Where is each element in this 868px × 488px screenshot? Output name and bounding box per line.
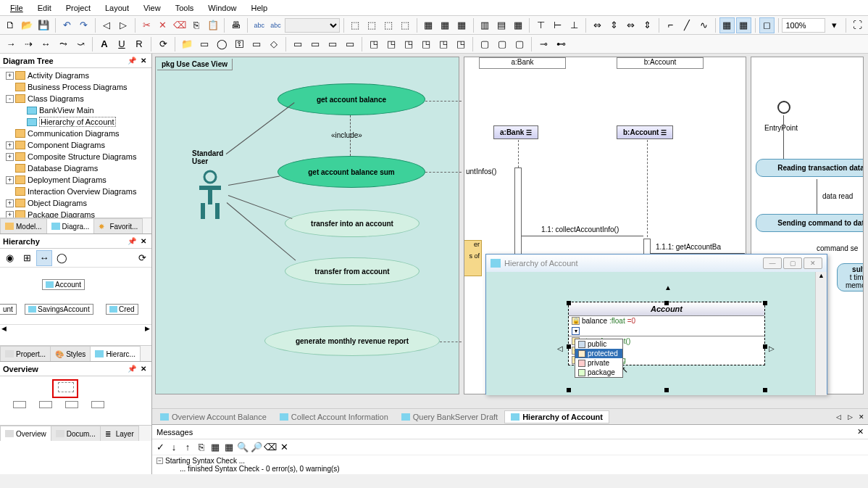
hier1-icon[interactable]: ⊤ xyxy=(533,17,548,33)
vis-package[interactable]: package xyxy=(575,368,622,377)
text-a-icon[interactable]: A xyxy=(96,36,112,52)
state-reading[interactable]: Reading transaction data xyxy=(756,159,864,177)
arrow4-icon[interactable]: ⤳ xyxy=(55,36,71,52)
prev-icon[interactable]: ◁ xyxy=(99,17,114,33)
msg-btn4[interactable]: ⎘ xyxy=(195,441,208,454)
expand-icon[interactable]: + xyxy=(6,176,14,184)
dist3-icon[interactable]: ⇔ xyxy=(623,17,638,33)
tab-diagrams[interactable]: Diagra... xyxy=(46,218,95,233)
usecase-transfer-from[interactable]: transfer from account xyxy=(285,257,420,285)
maximize-button[interactable]: ▢ xyxy=(783,257,802,269)
align2-icon[interactable]: ⬚ xyxy=(364,17,380,33)
hier-mode-icon[interactable]: ↔ xyxy=(36,250,52,266)
msg-btn1[interactable]: ✓ xyxy=(154,441,167,454)
hier-ref-icon[interactable]: ⟳ xyxy=(134,250,150,266)
menu-project[interactable]: Project xyxy=(59,1,98,15)
hierarchy-window[interactable]: Hierarchy of Account — ▢ ✕ ▲ Account xyxy=(485,254,827,394)
hier-node-account[interactable]: Account xyxy=(42,279,85,290)
node1-icon[interactable]: ◳ xyxy=(366,36,382,52)
menu-tools[interactable]: Tools xyxy=(168,1,201,15)
node3-icon[interactable]: ◳ xyxy=(401,36,417,52)
close-button[interactable]: ✕ xyxy=(804,257,822,269)
hier-node-savings[interactable]: SavingsAccount xyxy=(25,304,93,315)
expand-icon[interactable]: + xyxy=(6,72,14,80)
tab-close-icon[interactable]: ✕ xyxy=(856,409,867,425)
zoom-dropdown-icon[interactable]: ▾ xyxy=(827,17,842,33)
overview-canvas[interactable] xyxy=(0,376,151,425)
spellcheck-icon[interactable]: abc xyxy=(251,17,267,33)
comp2-icon[interactable]: ▭ xyxy=(307,36,323,52)
tree-item[interactable]: Interaction Overview Diagrams xyxy=(1,186,150,197)
shape2-icon[interactable]: ▢ xyxy=(494,36,510,52)
msg-btn7[interactable]: 🔍 xyxy=(236,441,249,454)
new-icon[interactable]: 🗋 xyxy=(3,17,18,33)
menu-view[interactable]: View xyxy=(136,1,168,15)
node2-icon[interactable]: ◳ xyxy=(383,36,399,52)
conn2-icon[interactable]: ⊷ xyxy=(553,36,569,52)
comp3-icon[interactable]: ▭ xyxy=(325,36,341,52)
comp4-icon[interactable]: ▭ xyxy=(342,36,358,52)
entry-point[interactable] xyxy=(777,101,790,114)
save-icon[interactable]: 💾 xyxy=(36,17,51,33)
interface-icon[interactable]: ◯ xyxy=(214,36,230,52)
messages-body[interactable]: −Starting Syntax Check ... ... finished … xyxy=(152,455,868,474)
hier-tree-icon[interactable]: ⊞ xyxy=(19,250,35,266)
menu-layout[interactable]: Layout xyxy=(98,1,136,15)
conn1-icon[interactable]: ⊸ xyxy=(535,36,551,52)
expand-icon[interactable]: + xyxy=(6,211,14,218)
expand-icon[interactable]: + xyxy=(6,141,14,149)
align4-icon[interactable]: ⬚ xyxy=(398,17,413,33)
diagram-tree[interactable]: +Activity DiagramsBusiness Process Diagr… xyxy=(0,68,151,218)
layout6-icon[interactable]: ▦ xyxy=(510,17,525,33)
expand-icon[interactable]: - xyxy=(6,95,14,103)
style-combo[interactable] xyxy=(285,18,340,33)
dtab-hierarchy-account[interactable]: Hierarchy of Account xyxy=(504,410,609,423)
undo-icon[interactable]: ↶ xyxy=(59,17,75,33)
fragment[interactable]: er s of xyxy=(464,240,482,276)
tree-item[interactable]: Communication Diagrams xyxy=(1,128,150,139)
hier3-icon[interactable]: ⊥ xyxy=(567,17,582,33)
vis-public[interactable]: public xyxy=(575,339,622,349)
tree-item[interactable]: +Package Diagrams xyxy=(1,209,150,218)
delete-icon[interactable]: ✕ xyxy=(155,17,170,33)
redo-icon[interactable]: ↷ xyxy=(76,17,91,33)
usecase-get-balance-sum[interactable]: get account balance sum xyxy=(277,156,425,188)
msg-btn9[interactable]: ⌫ xyxy=(264,441,277,454)
arrow5-icon[interactable]: ⤻ xyxy=(72,36,88,52)
folder-icon[interactable]: 📁 xyxy=(179,36,195,52)
copy-icon[interactable]: ⎘ xyxy=(188,17,204,33)
enum-icon[interactable]: ▭ xyxy=(249,36,264,52)
tab-next-icon[interactable]: ▷ xyxy=(845,409,855,425)
menu-edit[interactable]: Edit xyxy=(30,1,59,15)
tab-properties[interactable]: Propert... xyxy=(0,346,51,361)
dtab-overview-balance[interactable]: Overview Account Balance xyxy=(154,410,273,423)
datatype-icon[interactable]: ◇ xyxy=(266,36,282,52)
refresh-icon[interactable]: ⟳ xyxy=(155,36,171,52)
close-icon[interactable]: ✕ xyxy=(138,364,149,374)
tab-overview[interactable]: Overview xyxy=(0,426,51,441)
menu-icon[interactable]: ☰ xyxy=(661,129,667,136)
tab-documentation[interactable]: Docum... xyxy=(51,426,101,441)
arrow2-icon[interactable]: ⇢ xyxy=(20,36,36,52)
scroll-left-icon[interactable]: ◀ xyxy=(1,325,7,334)
hier-node-1[interactable]: unt xyxy=(0,304,17,315)
dtab-collect-info[interactable]: Collect Account Information xyxy=(273,410,395,423)
scrollbar[interactable]: ▲ xyxy=(815,272,827,395)
close-icon[interactable]: ✕ xyxy=(857,427,864,437)
layout4-icon[interactable]: ▥ xyxy=(477,17,492,33)
msg-btn8[interactable]: 🔎 xyxy=(250,441,263,454)
align1-icon[interactable]: ⬚ xyxy=(348,17,363,33)
open-icon[interactable]: 📂 xyxy=(20,17,35,33)
expand-icon[interactable]: + xyxy=(6,153,14,161)
state-result[interactable]: sult t time memory xyxy=(837,263,864,291)
node6-icon[interactable]: ◳ xyxy=(453,36,469,52)
fit-icon[interactable]: ⛶ xyxy=(850,17,865,33)
line1-icon[interactable]: ⌐ xyxy=(663,17,678,33)
cut-icon[interactable]: ✂ xyxy=(139,17,154,33)
expand-icon[interactable]: + xyxy=(6,199,14,207)
layout2-icon[interactable]: ▦ xyxy=(438,17,453,33)
usecase-generate-report[interactable]: generate monthly revenue report xyxy=(264,326,440,356)
tab-styles[interactable]: 🎨Styles xyxy=(50,346,91,361)
grid1-icon[interactable]: ▦ xyxy=(719,17,735,33)
zoom-input[interactable] xyxy=(782,18,825,33)
